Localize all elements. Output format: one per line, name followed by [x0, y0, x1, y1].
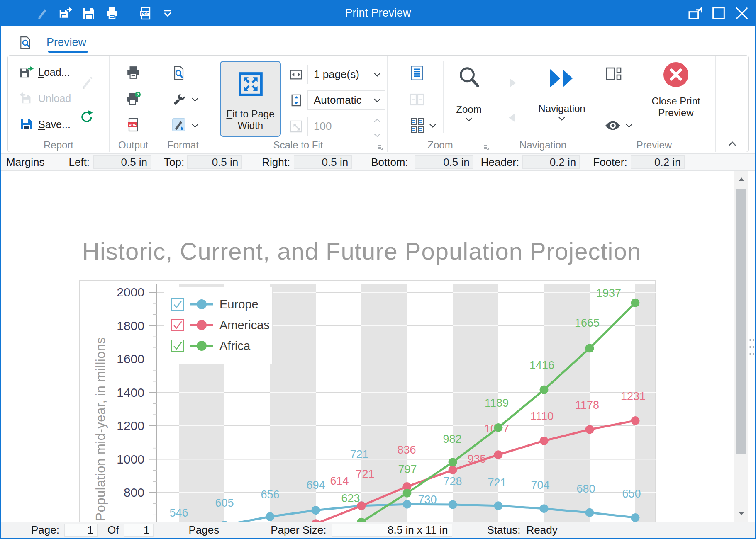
svg-text:1000: 1000 — [117, 452, 144, 466]
one-page-view-icon[interactable] — [410, 66, 424, 80]
watermark-dropdown-chevron-icon[interactable] — [191, 123, 199, 128]
scroll-up-icon[interactable] — [734, 172, 748, 187]
vertical-scrollbar[interactable] — [734, 171, 748, 522]
zoom-button[interactable]: Zoom — [446, 56, 492, 141]
watermark-disabled-icon — [80, 76, 93, 90]
of-label: Of — [107, 524, 119, 537]
margin-footer-field[interactable]: 0.2 in — [631, 155, 685, 169]
svg-text:PDF: PDF — [129, 123, 137, 127]
margin-footer-label: Footer: — [593, 156, 627, 169]
margins-bar: Margins Left: 0.5 in Top: 0.5 in Right: … — [0, 153, 756, 171]
legend-checkbox[interactable] — [171, 298, 184, 311]
splitter-grip[interactable] — [749, 339, 754, 355]
unload-icon — [20, 92, 34, 105]
margin-right-label: Right: — [262, 156, 290, 169]
wrench-dropdown-chevron-icon[interactable] — [191, 97, 199, 102]
svg-text:?: ? — [137, 92, 139, 97]
save-button[interactable]: Save... — [20, 118, 71, 131]
legend-item-africa[interactable]: Africa — [164, 335, 272, 356]
pages-combobox[interactable]: 1 page(s) — [307, 65, 385, 84]
page-setup-icon[interactable] — [172, 66, 185, 80]
svg-text:694: 694 — [306, 479, 325, 491]
load-icon — [20, 66, 34, 79]
group-label-output: Output — [110, 138, 157, 152]
svg-text:721: 721 — [350, 448, 368, 461]
margin-header-field[interactable]: 0.2 in — [522, 155, 580, 169]
print-dialog-icon[interactable]: ? — [126, 92, 141, 106]
export-pdf-icon[interactable]: PDF — [127, 118, 140, 132]
legend-marker-icon — [190, 319, 213, 331]
group-label-report: Report — [8, 138, 109, 152]
svg-text:680: 680 — [576, 483, 595, 495]
fit-height-row: Automatic — [290, 89, 385, 112]
eye-icon[interactable] — [605, 120, 621, 131]
left-margin-guide — [71, 182, 71, 522]
close-print-preview-button[interactable]: Close Print Preview — [639, 56, 712, 141]
restore-window-button[interactable] — [687, 5, 704, 22]
group-navigation: Navigation Navigation — [493, 56, 593, 152]
margin-header-label: Header: — [481, 156, 519, 169]
height-combobox[interactable]: Automatic — [307, 90, 385, 110]
legend-marker-icon — [190, 340, 213, 352]
scrollbar-thumb[interactable] — [736, 189, 746, 454]
svg-text:1189: 1189 — [485, 397, 509, 409]
margin-top-field[interactable]: 0.5 in — [187, 155, 242, 169]
customize-wrench-icon[interactable] — [173, 93, 185, 105]
svg-text:704: 704 — [531, 479, 549, 491]
svg-text:728: 728 — [443, 475, 462, 488]
navigation-button[interactable]: Navigation — [533, 56, 591, 141]
group-format: Format — [157, 56, 209, 152]
legend-label: Africa — [219, 339, 250, 353]
paper-size-field: 8.5 in x 11 in — [332, 524, 452, 537]
svg-text:1400: 1400 — [117, 386, 144, 399]
svg-text:546: 546 — [169, 507, 188, 519]
print-button-icon[interactable] — [126, 66, 140, 80]
refresh-icon[interactable] — [80, 110, 93, 124]
margin-left-label: Left: — [68, 156, 90, 169]
fit-to-page-width-button[interactable]: Fit to Page Width — [220, 61, 281, 137]
scale-factor-icon — [290, 120, 302, 133]
svg-text:1416: 1416 — [529, 359, 554, 371]
thumbnails-icon[interactable] — [605, 66, 622, 81]
group-scale-to-fit: Fit to Page Width 1 page(s) Automatic — [209, 56, 388, 152]
svg-text:730: 730 — [418, 493, 437, 506]
load-button[interactable]: Load... — [20, 66, 70, 79]
active-tab-underline — [48, 51, 88, 53]
tab-preview[interactable]: Preview — [46, 36, 86, 49]
close-preview-icon — [663, 61, 689, 88]
collapse-ribbon-icon[interactable] — [727, 141, 737, 147]
previous-page-icon — [507, 112, 518, 124]
margin-left-field[interactable]: 0.5 in — [93, 155, 151, 169]
svg-text:935: 935 — [467, 453, 486, 465]
maximize-button[interactable] — [710, 5, 727, 22]
legend-checkbox[interactable] — [171, 319, 184, 331]
eye-chevron-icon[interactable] — [625, 123, 633, 128]
document-preview-page: Historic, Current, and Future Population… — [0, 171, 756, 522]
svg-text:614: 614 — [330, 475, 349, 487]
svg-text:721: 721 — [488, 476, 506, 489]
watermark-format-icon[interactable] — [172, 118, 185, 131]
multi-page-chevron-icon[interactable] — [429, 123, 437, 128]
legend-item-europe[interactable]: Europe — [164, 294, 272, 315]
svg-text:656: 656 — [261, 488, 279, 501]
legend-checkbox[interactable] — [171, 340, 184, 352]
legend-item-americas[interactable]: Americas — [164, 315, 272, 335]
margin-bottom-field[interactable]: 0.5 in — [415, 155, 473, 169]
group-zoom: Zoom Zoom — [388, 56, 493, 152]
window-title: Print Preview — [0, 0, 756, 26]
svg-text:721: 721 — [356, 468, 374, 480]
multi-page-view-icon[interactable] — [410, 118, 424, 133]
fit-pages-row: 1 page(s) — [290, 63, 385, 86]
margin-right-field[interactable]: 0.5 in — [294, 155, 352, 169]
scroll-down-icon[interactable] — [734, 506, 748, 521]
page-number-field[interactable]: 1 — [64, 524, 98, 537]
group-label-zoom: Zoom — [388, 138, 493, 152]
close-button[interactable] — [734, 5, 750, 22]
spin-down-icon — [373, 127, 381, 140]
report-title: Historic, Current, and Future Population… — [82, 237, 641, 265]
zoom-dialog-launcher-icon[interactable] — [483, 141, 490, 148]
next-page-icon — [507, 77, 518, 89]
scale-dialog-launcher-icon[interactable] — [377, 141, 384, 148]
scale-spinner: 100 — [307, 117, 385, 136]
group-label-preview: Preview — [593, 138, 715, 152]
